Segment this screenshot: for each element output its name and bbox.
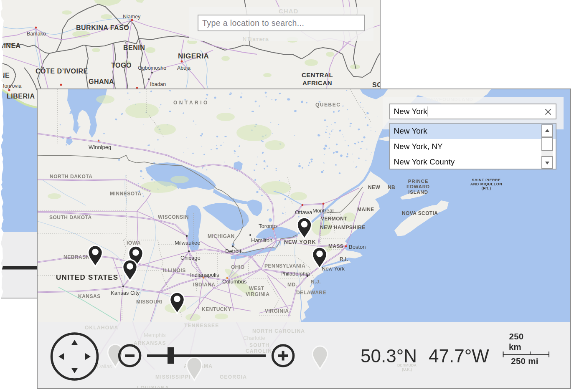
svg-text:50.3°N: 50.3°N bbox=[361, 346, 417, 366]
svg-text:BENIN: BENIN bbox=[123, 44, 145, 51]
svg-text:Type a location to search...: Type a location to search... bbox=[202, 18, 304, 28]
svg-text:MISSISSIPPI: MISSISSIPPI bbox=[155, 374, 191, 380]
svg-text:250: 250 bbox=[509, 331, 523, 341]
svg-text:SOUTH: SOUTH bbox=[249, 342, 269, 348]
svg-text:Niamey: Niamey bbox=[123, 14, 141, 20]
svg-text:AFRICAN: AFRICAN bbox=[302, 79, 332, 86]
svg-text:GHANA: GHANA bbox=[89, 78, 114, 85]
svg-text:Memphis: Memphis bbox=[144, 332, 166, 338]
svg-text:LIBERIA: LIBERIA bbox=[7, 93, 35, 100]
svg-text:CÔTE D’IVOIRE: CÔTE D’IVOIRE bbox=[36, 67, 88, 75]
svg-text:N’Djamena: N’Djamena bbox=[243, 36, 269, 42]
svg-text:TENNESSEE: TENNESSEE bbox=[184, 323, 219, 329]
svg-text:km: km bbox=[509, 342, 521, 352]
svg-text:NORTH CAROLINA: NORTH CAROLINA bbox=[252, 328, 305, 334]
svg-text:ARKANSAS: ARKANSAS bbox=[134, 340, 166, 346]
svg-text:SO: SO bbox=[372, 81, 380, 89]
svg-text:Dallas: Dallas bbox=[97, 363, 112, 369]
svg-text:TOGO: TOGO bbox=[111, 62, 132, 69]
svg-text:BURKINA FASO: BURKINA FASO bbox=[76, 24, 129, 31]
svg-text:Charlotte: Charlotte bbox=[243, 335, 265, 341]
svg-text:(U.K.): (U.K.) bbox=[402, 367, 412, 372]
svg-text:GEORGIA: GEORGIA bbox=[220, 374, 247, 380]
svg-text:250 mi: 250 mi bbox=[511, 356, 538, 366]
svg-text:NIGERIA: NIGERIA bbox=[178, 52, 209, 60]
svg-text:CAROLINA: CAROLINA bbox=[246, 348, 276, 354]
svg-text:LOUISIANA: LOUISIANA bbox=[137, 385, 169, 388]
svg-text:CENTRAL: CENTRAL bbox=[302, 71, 333, 78]
svg-text:Abuja: Abuja bbox=[177, 65, 190, 71]
svg-text:CHAD: CHAD bbox=[279, 8, 298, 15]
svg-text:Ogbomosho: Ogbomosho bbox=[138, 65, 166, 71]
svg-text:47.7°W: 47.7°W bbox=[429, 346, 489, 366]
svg-text:Bamako: Bamako bbox=[27, 31, 46, 37]
svg-text:OKLAHOMA: OKLAHOMA bbox=[85, 325, 118, 331]
svg-text:Ibadan: Ibadan bbox=[150, 81, 166, 87]
